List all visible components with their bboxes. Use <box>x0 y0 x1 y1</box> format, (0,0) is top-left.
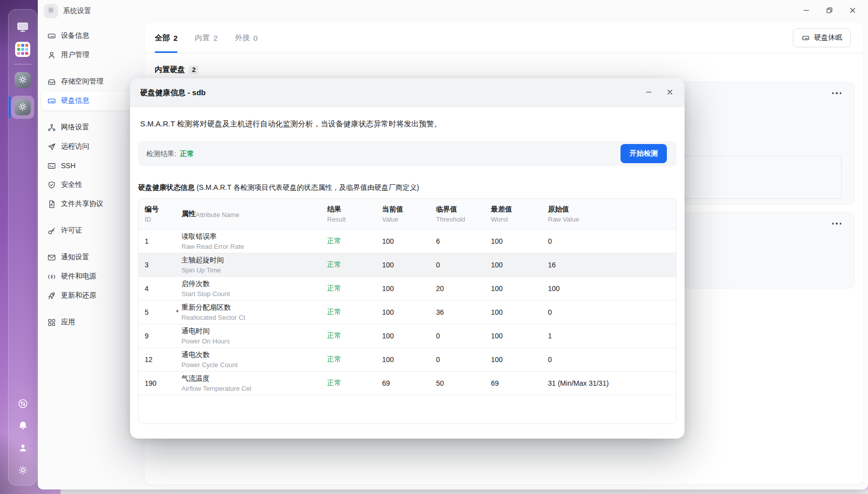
cell-threshold: 0 <box>436 332 491 340</box>
cell-worst: 100 <box>491 237 548 245</box>
tab-internal[interactable]: 内置2 <box>195 23 217 53</box>
user-icon[interactable] <box>17 442 29 454</box>
grid-icon <box>47 318 56 327</box>
sidebar-item-disk-info[interactable]: 硬盘信息 <box>42 91 141 110</box>
table-row[interactable]: 3主轴起旋时间Spin Up Time正常100010016 <box>139 253 676 276</box>
result-value: 正常 <box>180 150 194 158</box>
sidebar-item-ssh[interactable]: SSH <box>42 156 141 175</box>
taskbar-divider <box>14 64 32 64</box>
section-count-badge: 2 <box>189 65 199 74</box>
cell-id: 3 <box>139 261 176 269</box>
sidebar-item-label: 通知设置 <box>61 253 89 262</box>
cell-threshold: 0 <box>436 356 491 364</box>
sidebar-item-label: 应用 <box>61 318 75 327</box>
table-row[interactable]: 5*重新分配扇区数Reallocated Sector Ct正常10036100… <box>139 300 676 324</box>
sidebar-item-hardware-power[interactable]: 硬件和电源 <box>42 267 141 286</box>
rocket-icon <box>47 291 56 301</box>
window-minimize-button[interactable] <box>794 3 818 19</box>
cell-threshold: 6 <box>436 237 491 245</box>
cell-threshold: 36 <box>436 308 491 316</box>
table-row[interactable]: 9通电时间Power On Hours正常10001001 <box>139 324 676 347</box>
app-grid-icon <box>15 42 30 57</box>
cell-value: 100 <box>382 237 436 245</box>
tab-external[interactable]: 外接0 <box>235 23 258 53</box>
sidebar-item-remote-access[interactable]: 远程访问 <box>42 137 141 156</box>
bell-icon[interactable] <box>17 420 29 432</box>
cell-threshold: 0 <box>436 261 491 269</box>
cell-result: 正常 <box>327 379 382 388</box>
more-menu-icon[interactable] <box>830 221 844 227</box>
table-row[interactable]: 1读取错误率Raw Read Error Rate正常10061000 <box>139 229 676 253</box>
sidebar-item-file-sharing[interactable]: 文件共享协议 <box>42 194 141 214</box>
tabs-row: 全部2内置2外接0 硬盘休眠 <box>145 23 863 53</box>
modal-minimize-button[interactable] <box>641 85 656 100</box>
cell-raw-value: 0 <box>548 308 676 316</box>
cell-value: 100 <box>382 332 436 340</box>
cell-attribute: 主轴起旋时间Spin Up Time <box>176 256 327 274</box>
sidebar-item-apps[interactable]: 应用 <box>42 313 141 332</box>
cell-raw-value: 100 <box>548 285 676 293</box>
sidebar-item-license[interactable]: 许可证 <box>42 221 141 240</box>
cell-id: 9 <box>139 332 176 340</box>
disk-sleep-button[interactable]: 硬盘休眠 <box>793 28 851 47</box>
cell-threshold: 50 <box>436 379 491 387</box>
disk-sleep-label: 硬盘休眠 <box>814 33 842 42</box>
window-close-button[interactable] <box>841 3 864 19</box>
sidebar-item-network-settings[interactable]: 网络设置 <box>42 118 141 137</box>
sidebar-item-storage-management[interactable]: 存储空间管理 <box>42 72 141 91</box>
sidebar-item-update-restore[interactable]: 更新和还原 <box>42 286 141 305</box>
sidebar-item-notification-settings[interactable]: 通知设置 <box>42 248 141 267</box>
sidebar-item-device-info[interactable]: 设备信息 <box>42 26 141 45</box>
table-caption-bold: 硬盘健康状态信息 <box>138 183 195 191</box>
table-header-cell: 属性Attribute Name <box>176 209 327 219</box>
table-row[interactable]: 12通电次数Power Cycle Count正常10001000 <box>139 347 676 371</box>
cell-attribute: 读取错误率Raw Read Error Rate <box>176 232 327 250</box>
storage-icon <box>47 77 56 87</box>
terminal-icon <box>47 161 56 171</box>
sidebar-item-label: 用户管理 <box>61 50 89 59</box>
more-menu-icon[interactable] <box>830 90 844 96</box>
result-label: 检测结果: <box>146 150 176 158</box>
cell-worst: 100 <box>491 356 548 364</box>
restore-icon <box>825 6 834 16</box>
smart-table: 编号ID属性Attribute Name结果Result当前值Value临界值T… <box>138 198 676 424</box>
sidebar-item-label: 存储空间管理 <box>61 77 103 86</box>
smart-description: S.M.A.R.T 检测将对硬盘及主机进行自动化监测分析，当设备健康状态异常时将… <box>140 119 674 129</box>
table-row[interactable]: 190气流温度Airflow Temperature Cel正常69506931… <box>139 371 676 395</box>
start-test-button[interactable]: 开始检测 <box>621 144 667 163</box>
cell-id: 190 <box>139 379 176 387</box>
tab-all[interactable]: 全部2 <box>155 23 177 53</box>
sidebar: 设备信息用户管理存储空间管理硬盘信息网络设置远程访问SSH安全性文件共享协议许可… <box>38 22 145 489</box>
cell-raw-value: 31 (Min/Max 31/31) <box>548 379 676 387</box>
tab-count: 2 <box>213 34 217 42</box>
section-head: 内置硬盘 2 <box>155 64 863 75</box>
cell-value: 100 <box>382 356 436 364</box>
mail-icon <box>47 253 56 262</box>
table-header-cell: 结果Result <box>327 205 382 223</box>
settings-app-icon-active[interactable] <box>15 99 31 115</box>
table-header-cell: 临界值Threshold <box>436 205 491 223</box>
modal-close-button[interactable] <box>662 85 677 100</box>
cell-result: 正常 <box>327 331 382 340</box>
table-row[interactable]: 4启停次数Start Stop Count正常10020100100 <box>139 276 676 300</box>
drive-icon <box>47 96 56 106</box>
modal-body: S.M.A.R.T 检测将对硬盘及主机进行自动化监测分析，当设备健康状态异常时将… <box>130 119 685 424</box>
sidebar-item-user-management[interactable]: 用户管理 <box>42 45 141 64</box>
cell-raw-value: 0 <box>548 356 676 364</box>
cell-raw-value: 16 <box>548 261 676 269</box>
sidebar-item-security[interactable]: 安全性 <box>42 175 141 194</box>
desktop-monitor-icon[interactable] <box>16 21 30 35</box>
file-icon <box>47 199 56 209</box>
app-launcher-icon[interactable] <box>15 42 30 57</box>
table-header-cell: 最差值Worst <box>491 205 548 223</box>
gear-icon[interactable] <box>17 464 29 476</box>
gear-icon <box>46 6 55 17</box>
sidebar-item-label: 许可证 <box>61 226 82 235</box>
transfer-icon[interactable] <box>17 398 29 409</box>
window-restore-button[interactable] <box>818 3 841 19</box>
table-header-cell: 原始值Raw Value <box>548 205 676 223</box>
shield-icon <box>47 180 56 190</box>
cell-attribute: 启停次数Start Stop Count <box>176 279 327 298</box>
gear-icon <box>17 74 28 87</box>
settings-app-icon[interactable] <box>15 72 31 88</box>
